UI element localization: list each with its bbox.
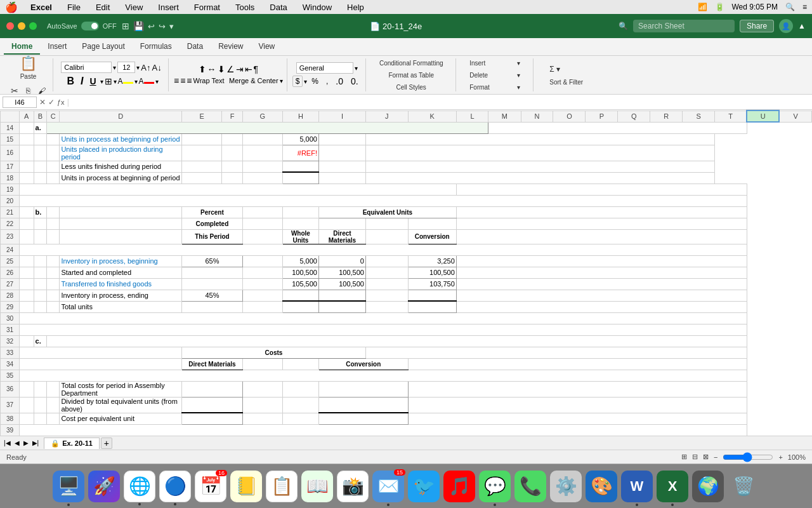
cell-c21[interactable] — [47, 206, 60, 218]
cell-g36[interactable] — [242, 381, 282, 397]
cell-d28[interactable]: Inventory in process, ending — [60, 290, 182, 301]
row-header-28[interactable]: 28 — [1, 290, 20, 301]
cell-c28[interactable] — [47, 290, 60, 301]
tab-page-layout[interactable]: Page Layout — [74, 39, 132, 55]
sort-filter-button[interactable]: Sort & Filter — [546, 77, 586, 88]
cell-h15[interactable]: 5,000 — [282, 133, 318, 145]
rtl-button[interactable]: ¶ — [254, 64, 259, 74]
cell-d26[interactable]: Started and completed — [60, 267, 182, 278]
row-header-35[interactable]: 35 — [1, 370, 20, 381]
delete-arrow[interactable]: ▾ — [517, 72, 520, 79]
cell-h27[interactable]: 105,500 — [282, 278, 318, 290]
save-icon[interactable]: 💾 — [133, 21, 144, 31]
cell-35-span[interactable] — [20, 370, 747, 381]
cancel-formula-icon[interactable]: ✕ — [39, 98, 46, 107]
undo-icon[interactable]: ↩ — [148, 22, 155, 31]
wrap-text-button[interactable]: Wrap Text — [193, 77, 225, 84]
cell-c37[interactable] — [47, 397, 60, 413]
dock-item-photos[interactable]: 📸 — [337, 471, 369, 502]
dock-item-excel[interactable]: X — [657, 471, 688, 502]
row-header-29[interactable]: 29 — [1, 301, 20, 312]
cell-20-span[interactable] — [20, 195, 747, 206]
nav-last-button[interactable]: ▶| — [31, 438, 41, 448]
row-header-39[interactable]: 39 — [1, 424, 20, 436]
col-header-k[interactable]: K — [408, 110, 456, 122]
cell-i26[interactable]: 100,500 — [318, 267, 365, 278]
cell-a34-span[interactable] — [20, 358, 182, 370]
col-header-s[interactable]: S — [683, 110, 715, 122]
cell-c16[interactable] — [47, 145, 60, 161]
cell-b32[interactable]: c. — [34, 335, 47, 347]
cell-d22[interactable] — [60, 218, 182, 229]
increase-decimal-button[interactable]: .0 — [332, 75, 346, 88]
sum-button[interactable]: Σ ▾ — [546, 63, 586, 76]
cell-h17[interactable] — [282, 161, 318, 172]
cell-a14[interactable] — [20, 122, 34, 133]
col-header-b[interactable]: B — [34, 110, 47, 122]
col-header-r[interactable]: R — [650, 110, 683, 122]
align-left-button[interactable]: ≡ — [174, 76, 179, 86]
cell-f17[interactable] — [222, 161, 242, 172]
grid-container[interactable]: A B C D E F G H I J K L M N O — [0, 110, 812, 436]
cell-c23[interactable] — [47, 229, 60, 244]
font-color-arrow[interactable]: ▾ — [155, 78, 159, 85]
dock-item-reminders[interactable]: 📋 — [266, 471, 298, 502]
dock-item-notes[interactable]: 📒 — [230, 471, 262, 502]
decrease-decimal-button[interactable]: 0. — [348, 75, 362, 88]
cell-rest17[interactable] — [365, 161, 714, 172]
cell-g28[interactable] — [242, 290, 282, 301]
col-header-c[interactable]: C — [47, 110, 60, 122]
tools-menu[interactable]: Tools — [233, 3, 257, 12]
cell-a33-span[interactable] — [20, 347, 182, 358]
font-name-arrow[interactable]: ▾ — [113, 64, 116, 71]
cell-rest29[interactable] — [456, 301, 747, 312]
cell-b38[interactable] — [34, 413, 47, 424]
row-header-26[interactable]: 26 — [1, 267, 20, 278]
nav-next-button[interactable]: ▶ — [22, 438, 30, 448]
cell-e38[interactable] — [182, 413, 243, 424]
orient-button[interactable]: ∠ — [226, 64, 235, 74]
insert-menu[interactable]: Insert — [155, 3, 181, 12]
cell-g27[interactable] — [242, 278, 282, 290]
dock-item-chrome[interactable]: 🔵 — [159, 471, 191, 502]
col-header-u[interactable]: U — [747, 110, 779, 122]
zoom-in-button[interactable]: + — [778, 453, 782, 461]
row-header-16[interactable]: 16 — [1, 145, 20, 161]
cell-h38[interactable] — [282, 413, 318, 424]
cell-e28[interactable]: 45% — [182, 290, 243, 301]
cell-h34[interactable] — [282, 358, 318, 370]
cell-e25[interactable]: 65% — [182, 255, 243, 267]
cell-j29[interactable] — [365, 301, 408, 312]
cell-j23[interactable] — [365, 229, 408, 244]
cell-e26[interactable] — [182, 267, 243, 278]
dock-item-books[interactable]: 📖 — [301, 471, 333, 502]
currency-button[interactable]: $ — [292, 76, 303, 87]
cell-reference-box[interactable] — [3, 97, 37, 108]
cell-a17[interactable] — [20, 161, 34, 172]
dock-item-music[interactable]: 🎵 — [443, 471, 475, 502]
row-header-38[interactable]: 38 — [1, 413, 20, 424]
cell-b27[interactable] — [34, 278, 47, 290]
cell-h37[interactable] — [282, 397, 318, 413]
col-header-p[interactable]: P — [586, 110, 618, 122]
row-header-36[interactable]: 36 — [1, 381, 20, 397]
cell-styles-button[interactable]: Cell Styles — [393, 82, 429, 93]
row-header-14[interactable]: 14 — [1, 122, 20, 133]
cell-rest27[interactable] — [456, 278, 747, 290]
cell-e29[interactable] — [182, 301, 243, 312]
data-menu[interactable]: Data — [267, 3, 289, 12]
dock-item-browser[interactable]: 🌍 — [692, 471, 724, 502]
cell-k27[interactable]: 103,750 — [408, 278, 456, 290]
cell-rest37[interactable] — [408, 397, 747, 413]
cell-c29[interactable] — [47, 301, 60, 312]
insert-button[interactable]: Insert ▾ — [466, 58, 523, 69]
row-header-19[interactable]: 19 — [1, 184, 20, 195]
dock-item-twitter[interactable]: 🐦 — [408, 471, 440, 502]
cell-a25[interactable] — [20, 255, 34, 267]
tab-review[interactable]: Review — [211, 39, 251, 55]
align-right-button[interactable]: ≡ — [187, 76, 192, 86]
row-header-24[interactable]: 24 — [1, 244, 20, 255]
col-header-e[interactable]: E — [182, 110, 222, 122]
delete-button[interactable]: Delete ▾ — [466, 70, 523, 81]
user-avatar[interactable]: 👤 — [779, 19, 793, 33]
